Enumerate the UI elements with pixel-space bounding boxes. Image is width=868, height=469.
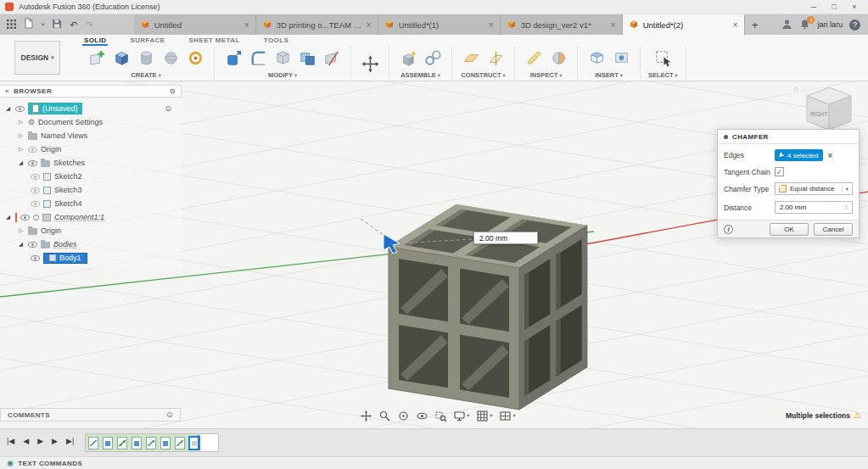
file-menu-icon[interactable]	[24, 17, 34, 32]
tree-row-sketch3[interactable]: Sketch3	[0, 183, 182, 197]
expander-icon[interactable]: ▷	[17, 146, 25, 153]
close-button[interactable]: ×	[844, 3, 865, 11]
expander-icon[interactable]: ▷	[17, 227, 25, 234]
tree-row-component1[interactable]: ◢ Component1:1	[0, 210, 182, 224]
orbit-icon[interactable]	[397, 410, 409, 422]
tree-label[interactable]: Sketch2	[54, 172, 82, 181]
group-create-label[interactable]: CREATE	[131, 71, 156, 79]
group-modify-label[interactable]: MODIFY	[268, 71, 293, 79]
timeline-extrude-feature-icon[interactable]	[160, 437, 171, 449]
measure-icon[interactable]	[523, 47, 545, 70]
visibility-eye-icon[interactable]	[31, 201, 40, 207]
play-button[interactable]: ▶	[37, 437, 43, 445]
sphere-primitive-icon[interactable]	[160, 47, 182, 70]
expander-icon[interactable]: ◢	[17, 241, 25, 248]
tree-label[interactable]: Sketch4	[54, 199, 82, 208]
expander-icon[interactable]: ◢	[4, 214, 12, 221]
info-icon[interactable]: i	[724, 225, 733, 234]
zoom-icon[interactable]	[378, 410, 390, 422]
timeline-extrude-feature-icon[interactable]	[132, 437, 142, 449]
combine-icon[interactable]	[296, 47, 318, 70]
skip-to-start-button[interactable]: |◀	[7, 437, 14, 445]
chamfer-type-dropdown[interactable]: Equal distance ▾	[775, 182, 853, 195]
insert-mesh-icon[interactable]	[585, 47, 608, 70]
tab-close-icon[interactable]: ×	[733, 20, 738, 30]
tab-tools[interactable]: TOOLS	[262, 35, 290, 46]
timeline-sketch-feature-icon[interactable]	[175, 437, 185, 449]
look-at-icon[interactable]	[416, 410, 428, 422]
viewport-canvas[interactable]: « BROWSER ⊙ ◢ (Unsaved) ⊙ ▷ ⚙ Document S…	[0, 81, 868, 428]
document-tab-5-active[interactable]: Untitled*(2) ×	[623, 14, 745, 35]
construct-axis-icon[interactable]	[484, 47, 507, 70]
file-menu-caret-icon[interactable]: ▾	[42, 21, 44, 28]
document-tab-3[interactable]: Untitled*(1) ×	[378, 14, 501, 35]
new-component-icon[interactable]	[397, 47, 419, 70]
viewports-button[interactable]: ▾	[500, 410, 516, 422]
clear-selection-icon[interactable]: ×	[827, 151, 832, 160]
tree-label[interactable]: Body1	[59, 254, 81, 262]
tree-row-component-origin[interactable]: ▷ Origin	[0, 224, 182, 237]
comments-panel[interactable]: COMMENTS ⊙	[0, 408, 181, 422]
expander-icon[interactable]: ▷	[17, 132, 25, 139]
timeline-sketch-feature-icon[interactable]	[88, 437, 98, 449]
browser-settings-icon[interactable]: ⊙	[170, 87, 176, 95]
tree-label[interactable]: Bodies	[53, 240, 77, 248]
timeline-sketch-feature-icon[interactable]	[117, 437, 127, 449]
tab-solid[interactable]: SOLID	[82, 35, 108, 46]
cancel-button[interactable]: Cancel	[814, 223, 853, 236]
document-tab-1[interactable]: Untitled ×	[134, 14, 256, 35]
tab-close-icon[interactable]: ×	[489, 20, 494, 30]
edges-selection-button[interactable]: 4 selected	[775, 149, 823, 161]
group-inspect-label[interactable]: INSPECT	[530, 71, 558, 79]
section-analysis-icon[interactable]	[547, 47, 569, 70]
visibility-eye-icon[interactable]	[31, 187, 40, 193]
box-primitive-icon[interactable]	[110, 47, 132, 70]
fillet-icon[interactable]	[247, 47, 269, 70]
maximize-button[interactable]: □	[824, 3, 844, 11]
cylinder-primitive-icon[interactable]	[135, 47, 157, 70]
tab-sheet-metal[interactable]: SHEET METAL	[187, 35, 241, 46]
tab-surface[interactable]: SURFACE	[128, 35, 166, 46]
display-settings-button[interactable]: ▾	[453, 410, 469, 422]
tree-row-bodies[interactable]: ◢ Bodies	[0, 237, 182, 251]
timeline-sketch-feature-icon[interactable]	[146, 437, 156, 449]
group-assemble-label[interactable]: ASSEMBLE	[400, 71, 436, 79]
group-insert-label[interactable]: INSERT	[595, 71, 619, 79]
tree-row-sketches[interactable]: ◢ Sketches	[0, 156, 182, 170]
activate-radio-icon[interactable]: ⊙	[165, 104, 171, 113]
timeline-extrude-feature-icon[interactable]	[103, 437, 113, 449]
visibility-eye-icon[interactable]	[31, 255, 40, 261]
tab-close-icon[interactable]: ×	[367, 20, 372, 30]
undo-icon[interactable]: ↶	[70, 20, 77, 31]
help-icon[interactable]: ?	[849, 20, 860, 31]
timeline-position-marker[interactable]	[198, 435, 199, 450]
tree-label[interactable]: Named Views	[41, 131, 87, 140]
step-forward-button[interactable]: ▶	[52, 437, 58, 445]
comments-expand-icon[interactable]: ⊙	[166, 410, 173, 419]
tab-close-icon[interactable]: ×	[244, 20, 249, 30]
tree-row-named-views[interactable]: ▷ Named Views	[0, 129, 182, 142]
expander-icon[interactable]: ◢	[17, 159, 25, 166]
construct-plane-icon[interactable]	[460, 47, 482, 70]
redo-icon[interactable]: ↷	[85, 20, 92, 31]
shell-icon[interactable]	[272, 47, 294, 70]
save-icon[interactable]	[52, 17, 62, 32]
visibility-eye-icon[interactable]	[28, 242, 37, 248]
split-body-icon[interactable]	[321, 47, 343, 70]
zoom-window-icon[interactable]	[434, 410, 446, 422]
new-tab-button[interactable]: +	[745, 14, 765, 35]
tree-label[interactable]: Origin	[41, 145, 61, 154]
browser-header[interactable]: « BROWSER ⊙	[0, 85, 182, 98]
minimize-button[interactable]: ─	[804, 3, 824, 11]
group-construct-label[interactable]: CONSTRUCT	[461, 71, 501, 79]
expander-icon[interactable]: ◢	[4, 105, 12, 112]
create-sketch-icon[interactable]	[86, 47, 108, 70]
tree-label[interactable]: Sketch3	[54, 186, 82, 194]
tree-row-sketch4[interactable]: Sketch4	[0, 197, 182, 210]
collapse-panel-icon[interactable]: «	[5, 87, 9, 95]
tree-label[interactable]: Sketches	[53, 159, 85, 167]
document-tab-4[interactable]: 3D design_ver2 v1* ×	[501, 14, 623, 35]
text-commands-label[interactable]: TEXT COMMANDS	[18, 460, 82, 467]
tree-label[interactable]: Document Settings	[38, 118, 103, 126]
distance-input[interactable]: 2.00 mm ↕	[775, 201, 853, 214]
